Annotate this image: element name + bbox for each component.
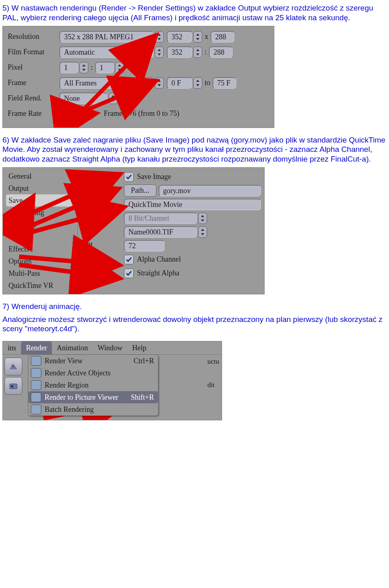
fieldrend-dropdown[interactable]: None [60,93,107,104]
render-menu-dropdown: Render ViewCtrl+RRender Active ObjectsRe… [28,354,158,416]
fieldrend-stepper[interactable] [109,93,118,104]
alpha-channel-checkbox[interactable] [124,255,134,264]
filmformat-sep: : [202,48,209,56]
pixel-a-field[interactable]: 1 [60,62,78,73]
frame-to-field[interactable]: 75 F [213,77,236,89]
filmformat-dropdown[interactable]: Automatic [60,47,154,58]
menu-item-label: Render View [45,357,134,365]
resolution-width-stepper[interactable] [193,31,202,43]
menu-item-label: Render Region [45,381,154,390]
tool-icon-2[interactable] [4,377,22,395]
pixel-sep: : [88,63,95,72]
menu-item-icon [31,356,41,366]
background-fragment: uctu dit [207,358,219,392]
resolution-width-field[interactable]: 352 [167,31,192,43]
filmformat-height-field[interactable]: 288 [209,47,233,58]
pixel-a-stepper[interactable] [79,62,88,73]
pixel-label: Pixel [8,63,60,72]
menu-item[interactable]: Render to Picture ViewerShift+R [28,391,158,403]
settings-category-item[interactable]: Options [6,255,76,267]
paragraph-6: 6) W zakładce Save zaleć nagranie pliku … [2,135,387,164]
frame-from-field[interactable]: 0 F [167,77,192,89]
settings-category-item[interactable]: Save [6,194,76,207]
depth-label: Depth [81,214,124,222]
settings-category-list: GeneralOutputSaveAntialiasingRadiosityCa… [3,168,77,294]
settings-category-item[interactable]: Effects [6,243,76,255]
tool-icon-1[interactable] [4,358,22,375]
menubar-item[interactable]: Window [93,341,127,354]
save-image-label: Save Image [137,173,171,181]
depth-stepper [198,213,207,224]
paragraph-5: 5) W nastawach renderingu (Render -> Ren… [2,3,387,23]
filmformat-stepper[interactable] [155,47,164,58]
resolution-preset-stepper[interactable] [155,31,164,43]
settings-category-item[interactable]: General [6,170,76,182]
settings-category-item[interactable]: Caustics [6,231,76,243]
framerate-field[interactable]: 25 [60,108,84,119]
menubar-item[interactable]: Animation [52,341,93,354]
settings-category-item[interactable]: Output [6,182,76,194]
menu-item-icon [31,380,41,390]
menu-item-icon [31,392,41,402]
fieldrend-label: Field Rend. [8,94,60,102]
menu-item[interactable]: Batch Rendering [28,403,158,415]
menu-item[interactable]: Render ViewCtrl+R [28,355,158,367]
settings-category-item[interactable]: Radiosity [6,219,76,231]
menu-item[interactable]: Render Region [28,379,158,391]
framerate-label: Frame Rate [8,109,60,118]
name-dropdown[interactable]: Name0000.TIF [124,226,197,238]
menu-item-icon [31,368,41,378]
format-dropdown[interactable]: QuickTime Movie [124,199,261,210]
menu-item-icon [31,405,41,414]
alpha-channel-label: Alpha Channel [137,255,181,264]
filmformat-width-field[interactable]: 352 [167,47,192,58]
menu-item-label: Render Active Objects [45,369,154,377]
menu-item[interactable]: Render Active Objects [28,367,158,379]
render-menu-panel: insRenderAnimationWindowHelp Render View… [2,341,222,420]
straight-alpha-label: Straight Alpha [137,269,180,277]
name-stepper[interactable] [198,226,207,238]
filmformat-width-stepper[interactable] [193,47,202,58]
frame-mode-dropdown[interactable]: All Frames [60,77,154,89]
paragraph-7a: 7) Wrenderuj animację. [2,302,387,311]
framerate-stepper[interactable] [85,108,94,119]
svg-point-10 [11,385,13,388]
depth-dropdown: 8 Bit/Channel [124,213,197,224]
menu-item-shortcut: Ctrl+R [134,357,154,365]
menu-item-shortcut: Shift+R [131,393,154,402]
straight-alpha-checkbox[interactable] [124,268,134,278]
settings-category-item[interactable]: Multi-Pass [6,267,76,279]
save-image-checkbox[interactable] [124,172,134,182]
menubar-item[interactable]: Help [127,341,151,354]
frame-mode-stepper[interactable] [155,77,164,89]
settings-category-item[interactable]: Antialiasing [6,207,76,219]
menu-item-label: Batch Rendering [45,405,154,414]
frame-from-stepper[interactable] [193,77,202,89]
path-field[interactable]: gory.mov [159,185,261,196]
pixel-b-stepper[interactable] [115,62,124,73]
menubar-item[interactable]: ins [3,341,21,354]
menubar-item[interactable]: Render [21,341,52,354]
settings-category-item[interactable]: QuickTime VR [6,279,76,292]
framerate-info: Frames: 76 (from 0 to 75) [104,109,179,118]
frame-to-label: to [202,79,213,87]
menu-item-label: Render to Picture Viewer [45,393,131,402]
save-settings-panel: GeneralOutputSaveAntialiasingRadiosityCa… [2,167,265,294]
menubar: insRenderAnimationWindowHelp [3,341,222,355]
resolution-height-field[interactable]: 288 [211,31,234,43]
path-button[interactable]: Path... [124,185,156,197]
filmformat-label: Film Format [8,48,60,56]
dpi-label: DPI [81,241,124,250]
paragraph-7b: Analogicznie możesz stworzyć i wtrendero… [2,315,387,334]
dpi-field[interactable]: 72 [124,240,165,251]
format-label: Format [81,200,124,209]
resolution-preset-dropdown[interactable]: 352 x 288 PAL MPEG1 [60,31,154,43]
pixel-b-field[interactable]: 1 [95,62,114,73]
frame-label: Frame [8,79,60,87]
output-settings-panel: Resolution 352 x 288 PAL MPEG1 352 x 288… [2,26,274,128]
resolution-x-separator: x [202,32,211,41]
name-label: Name [81,228,124,236]
resolution-label: Resolution [8,32,60,41]
